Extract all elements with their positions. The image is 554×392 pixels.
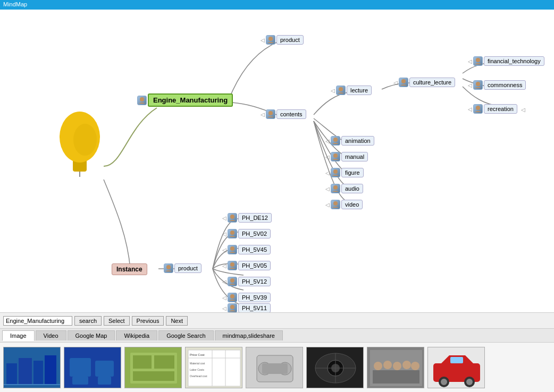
title-bar: MindMap bbox=[0, 0, 554, 10]
tab-googlesearch[interactable]: Google Search bbox=[158, 330, 213, 340]
svg-rect-35 bbox=[98, 377, 111, 385]
tab-mindmap-slideshare[interactable]: mindmap,slideshare bbox=[215, 330, 283, 340]
node-ph-5v11[interactable]: ◁ PH_5V11 bbox=[222, 303, 271, 312]
arrow-icon: ◁ bbox=[468, 58, 472, 64]
tab-wikipedia[interactable]: Wikipedia bbox=[116, 330, 157, 340]
image-thumb-7[interactable] bbox=[367, 347, 424, 388]
figure-label[interactable]: figure bbox=[341, 168, 364, 177]
node-ph-5v39[interactable]: ◁ PH_5V39 bbox=[222, 293, 271, 302]
search-input[interactable] bbox=[3, 316, 72, 326]
node-lecture[interactable]: ◁ lecture bbox=[331, 86, 372, 95]
node-video[interactable]: ◁ video bbox=[325, 200, 363, 209]
node-culture-lecture[interactable]: ◁ culture_lecture bbox=[393, 78, 455, 87]
node-audio[interactable]: ◁ audio bbox=[325, 184, 363, 193]
node-animation[interactable]: ◁ animation bbox=[325, 136, 374, 146]
video-label[interactable]: video bbox=[341, 200, 363, 209]
node-product-top[interactable]: ◁ product bbox=[261, 35, 304, 45]
tab-video[interactable]: Video bbox=[36, 330, 66, 340]
ph-5v05-label[interactable]: PH_5V05 bbox=[238, 261, 271, 270]
financial-technology-label[interactable]: financial_technology bbox=[484, 56, 544, 66]
svg-point-66 bbox=[402, 361, 411, 369]
image-thumb-5[interactable] bbox=[246, 347, 303, 388]
svg-point-22 bbox=[230, 278, 234, 283]
svg-text:Material cost: Material cost bbox=[190, 362, 205, 365]
svg-point-5 bbox=[268, 37, 273, 41]
node-contents[interactable]: ◁ contents bbox=[261, 109, 306, 119]
svg-rect-68 bbox=[373, 370, 419, 384]
tab-googlemap[interactable]: Google Map bbox=[68, 330, 115, 340]
node-instance[interactable]: Instance bbox=[112, 263, 147, 275]
node-avatar bbox=[399, 78, 408, 87]
node-manual[interactable]: ◁ manual bbox=[325, 152, 368, 161]
node-avatar bbox=[331, 136, 340, 146]
node-avatar bbox=[331, 184, 340, 193]
lecture-label[interactable]: lecture bbox=[347, 86, 372, 95]
arrow-icon: ◁ bbox=[222, 295, 226, 301]
svg-rect-75 bbox=[450, 357, 463, 363]
arrow-icon: ◁ bbox=[222, 279, 226, 285]
svg-rect-54 bbox=[262, 363, 288, 374]
node-ph-5v12[interactable]: ◁ PH_5V12 bbox=[222, 277, 271, 286]
arrow-icon: ◁ bbox=[325, 202, 330, 208]
engine-manufacturing-label[interactable]: Engine_Manufacturing bbox=[148, 93, 233, 107]
svg-rect-29 bbox=[45, 355, 56, 385]
commonness-label[interactable]: commonness bbox=[484, 80, 526, 90]
select-button[interactable]: Select bbox=[104, 316, 130, 326]
svg-rect-33 bbox=[72, 377, 88, 385]
svg-point-6 bbox=[268, 111, 273, 115]
ph-5v11-label[interactable]: PH_5V11 bbox=[238, 303, 271, 312]
next-button[interactable]: Next bbox=[166, 316, 188, 326]
arrow-icon: ◁ bbox=[468, 106, 472, 112]
product-inst-label[interactable]: product bbox=[174, 263, 202, 273]
arrow-icon: ◁ bbox=[325, 170, 330, 176]
image-thumb-8[interactable] bbox=[427, 347, 485, 388]
svg-point-12 bbox=[333, 138, 338, 142]
node-commonness[interactable]: ◁ commonness bbox=[468, 80, 526, 90]
instance-label[interactable]: Instance bbox=[112, 263, 147, 275]
app-title: MindMap bbox=[3, 1, 27, 7]
svg-rect-27 bbox=[19, 358, 32, 385]
node-avatar bbox=[228, 245, 237, 254]
node-avatar bbox=[331, 200, 340, 209]
ph-de12-label[interactable]: PH_DE12 bbox=[238, 213, 272, 223]
audio-label[interactable]: audio bbox=[341, 184, 363, 193]
node-figure[interactable]: ◁ figure bbox=[325, 168, 364, 177]
node-recreation[interactable]: ◁ recreation bbox=[468, 104, 517, 114]
node-engine-manufacturing[interactable]: Engine_Manufacturing bbox=[137, 93, 233, 107]
node-product-inst[interactable]: product bbox=[164, 263, 202, 273]
svg-point-4 bbox=[140, 97, 144, 101]
image-thumb-4[interactable]: Price Cost Material cost Labor Costs Ove… bbox=[185, 347, 242, 388]
node-ph-5v02[interactable]: ◁ PH_5V02 bbox=[222, 229, 271, 238]
image-thumb-1[interactable] bbox=[3, 347, 61, 388]
node-avatar bbox=[266, 109, 275, 119]
svg-point-11 bbox=[476, 106, 480, 110]
image-thumb-3[interactable] bbox=[124, 347, 182, 388]
contents-label[interactable]: contents bbox=[276, 109, 306, 119]
previous-button[interactable]: Previous bbox=[132, 316, 164, 326]
node-financial-technology[interactable]: ◁ financial_technology bbox=[468, 56, 544, 66]
recreation-label[interactable]: recreation bbox=[484, 104, 517, 114]
node-avatar bbox=[266, 35, 275, 45]
manual-label[interactable]: manual bbox=[341, 152, 368, 161]
node-ph-5v05[interactable]: ◁ PH_5V05 bbox=[222, 261, 271, 270]
svg-rect-38 bbox=[133, 355, 152, 369]
search-button[interactable]: search bbox=[74, 316, 102, 326]
tab-image[interactable]: Image bbox=[2, 330, 35, 341]
svg-point-67 bbox=[411, 362, 419, 370]
node-ph-de12[interactable]: ◁ PH_DE12 bbox=[222, 213, 272, 223]
svg-point-16 bbox=[333, 201, 338, 206]
node-ph-5v45[interactable]: ◁ PH_5V45 bbox=[222, 245, 271, 254]
culture-lecture-label[interactable]: culture_lecture bbox=[409, 78, 455, 87]
svg-point-3 bbox=[73, 124, 97, 156]
arrow-icon: ◁ bbox=[222, 231, 226, 237]
ph-5v12-label[interactable]: PH_5V12 bbox=[238, 277, 271, 286]
node-avatar bbox=[164, 263, 173, 273]
image-thumb-6[interactable] bbox=[306, 347, 364, 388]
ph-5v02-label[interactable]: PH_5V02 bbox=[238, 229, 271, 238]
svg-point-8 bbox=[401, 79, 406, 83]
product-top-label[interactable]: product bbox=[276, 35, 304, 45]
animation-label[interactable]: animation bbox=[341, 136, 374, 146]
image-thumb-2[interactable] bbox=[64, 347, 121, 388]
ph-5v45-label[interactable]: PH_5V45 bbox=[238, 245, 271, 254]
ph-5v39-label[interactable]: PH_5V39 bbox=[238, 293, 271, 302]
